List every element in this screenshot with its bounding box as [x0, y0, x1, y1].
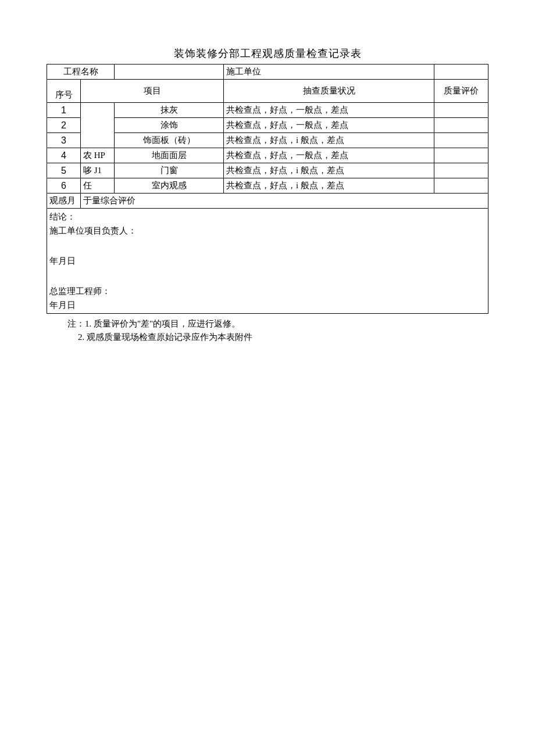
item-cell: 抹灰	[115, 103, 224, 118]
seq-cell: 3	[47, 133, 81, 148]
eval-cell	[434, 103, 488, 118]
eval-cell	[434, 148, 488, 163]
column-header-row: 序号 项目 抽查质量状况 质量评价	[47, 80, 488, 103]
table-row: 5 哆 J1 门窗 共检查点，好点，i 般点，差点	[47, 163, 488, 178]
col-item: 项目	[81, 80, 224, 103]
col-status: 抽查质量状况	[224, 80, 434, 103]
seq-cell: 6	[47, 178, 81, 194]
notes-line2: 2. 观感质量现场检查原始记录应作为本表附件	[78, 331, 488, 344]
summary-left: 观感月	[47, 194, 81, 209]
item-cell: 饰面板（砖）	[115, 133, 224, 148]
table-row: 6 任 室内观感 共检查点，好点，i 般点，差点	[47, 178, 488, 194]
col-eval: 质量评价	[434, 80, 488, 103]
status-cell: 共检查点，好点，一般点，差点	[224, 148, 434, 163]
seq-cell: 1	[47, 103, 81, 118]
item-cell: 地面面层	[115, 148, 224, 163]
page-title: 装饰装修分部工程观感质量检查记录表	[47, 46, 488, 60]
eval-cell	[434, 163, 488, 178]
project-name-value	[115, 65, 224, 80]
conclusion-label: 结论：	[49, 210, 486, 224]
header-row-1: 工程名称 施工单位	[47, 65, 488, 80]
status-cell: 共检查点，好点，i 般点，差点	[224, 133, 434, 148]
item-cell: 室内观感	[115, 178, 224, 194]
status-cell: 共检查点，好点，一般点，差点	[224, 118, 434, 133]
cat-cell	[81, 103, 115, 148]
cat-cell: 任	[81, 178, 115, 194]
status-cell: 共检查点，好点，i 般点，差点	[224, 163, 434, 178]
conclusion-cell: 结论： 施工单位项目负责人： 年月日 总监理工程师： 年月日	[47, 209, 488, 314]
status-cell: 共检查点，好点，i 般点，差点	[224, 178, 434, 194]
eval-cell	[434, 178, 488, 194]
summary-row: 观感月 于量综合评价	[47, 194, 488, 209]
conclusion-supervisor: 总监理工程师：	[49, 284, 486, 298]
notes-line1: 注：1. 质量评价为"差"的项目，应进行返修。	[67, 317, 488, 331]
status-cell: 共检查点，好点，一般点，差点	[224, 103, 434, 118]
conclusion-row: 结论： 施工单位项目负责人： 年月日 总监理工程师： 年月日	[47, 209, 488, 314]
table-row: 4 农 HP 地面面层 共检查点，好点，一般点，差点	[47, 148, 488, 163]
notes: 注：1. 质量评价为"差"的项目，应进行返修。 2. 观感质量现场检查原始记录应…	[67, 317, 488, 343]
inspection-table: 工程名称 施工单位 序号 项目 抽查质量状况 质量评价 1 抹灰 共检查点，好点…	[47, 64, 488, 314]
table-row: 1 抹灰 共检查点，好点，一般点，差点	[47, 103, 488, 118]
conclusion-project-manager: 施工单位项目负责人：	[49, 224, 486, 238]
cat-cell: 哆 J1	[81, 163, 115, 178]
seq-cell: 4	[47, 148, 81, 163]
seq-cell: 5	[47, 163, 81, 178]
construction-unit-value	[434, 65, 488, 80]
item-cell: 门窗	[115, 163, 224, 178]
eval-cell	[434, 118, 488, 133]
conclusion-date2: 年月日	[49, 298, 486, 312]
item-cell: 涂饰	[115, 118, 224, 133]
construction-unit-label: 施工单位	[224, 65, 434, 80]
cat-cell: 农 HP	[81, 148, 115, 163]
eval-cell	[434, 133, 488, 148]
summary-right: 于量综合评价	[81, 194, 488, 209]
col-seq: 序号	[47, 80, 81, 103]
seq-cell: 2	[47, 118, 81, 133]
conclusion-date1: 年月日	[49, 254, 486, 268]
project-name-label: 工程名称	[47, 65, 115, 80]
